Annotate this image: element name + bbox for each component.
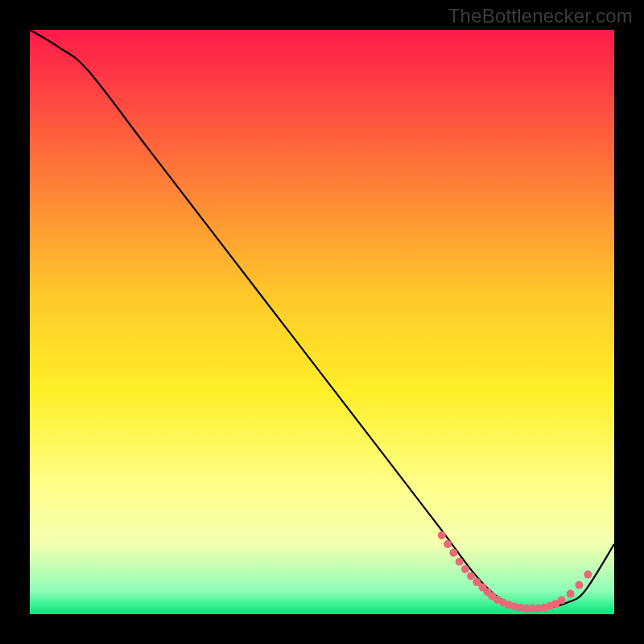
marker-dot bbox=[461, 565, 469, 573]
chart-frame: TheBottlenecker.com bbox=[0, 0, 644, 644]
marker-dot bbox=[456, 558, 464, 566]
plot-area bbox=[30, 30, 614, 614]
marker-dot bbox=[438, 531, 446, 539]
marker-dot bbox=[467, 572, 475, 580]
curve-line bbox=[30, 30, 614, 609]
curve-layer bbox=[30, 30, 614, 614]
marker-dot bbox=[575, 581, 583, 589]
watermark: TheBottlenecker.com bbox=[448, 5, 633, 27]
marker-dot bbox=[584, 571, 592, 579]
marker-dot bbox=[567, 590, 575, 598]
marker-dot bbox=[558, 597, 566, 605]
marker-dot bbox=[449, 549, 457, 557]
marker-dot bbox=[444, 540, 452, 548]
marker-group bbox=[438, 531, 592, 613]
